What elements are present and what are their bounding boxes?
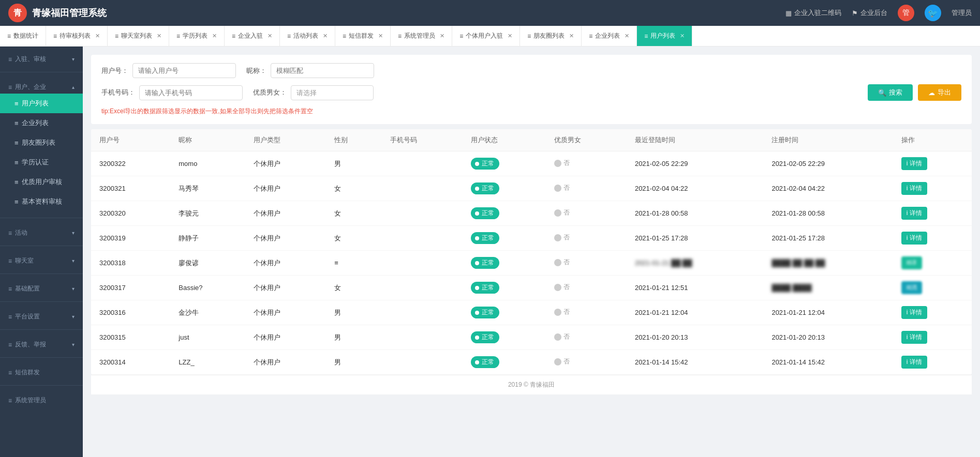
- detail-button[interactable]: i 详情: [901, 356, 927, 369]
- table-header-row: 用户号 昵称 用户类型 性别 手机号码 用户状态 优质男女 最近登陆时间 注册时…: [91, 129, 972, 151]
- tab-close-icon[interactable]: ✕: [378, 33, 383, 39]
- tab-education[interactable]: ≡ 学历列表 ✕: [169, 26, 225, 47]
- cell-nickname: just: [170, 325, 245, 350]
- nickname-input[interactable]: [271, 63, 374, 78]
- tab-sms[interactable]: ≡ 短信群发 ✕: [335, 26, 391, 47]
- tab-user-list[interactable]: ≡ 用户列表 ✕: [637, 26, 692, 47]
- cell-nickname: momo: [170, 151, 245, 176]
- user-id-input[interactable]: [132, 63, 236, 78]
- search-button[interactable]: 🔍 搜索: [868, 84, 913, 101]
- cell-user-id: 3200318: [91, 251, 170, 276]
- detail-button[interactable]: i 详情: [901, 207, 927, 220]
- quality-toggle[interactable]: 否: [554, 332, 570, 341]
- cell-phone: [382, 176, 463, 201]
- tab-close-icon[interactable]: ✕: [268, 33, 272, 39]
- menu-icon: ≡: [8, 257, 12, 265]
- sidebar-header-settle[interactable]: ≡ 入驻、审核 ▾: [0, 51, 83, 66]
- tab-enterprise-list[interactable]: ≡ 企业列表 ✕: [582, 26, 637, 47]
- cell-user-type: 个休用户: [245, 176, 326, 201]
- status-badge[interactable]: 正常: [471, 232, 499, 244]
- detail-button[interactable]: iti详: [901, 256, 923, 269]
- chevron-icon: ▴: [72, 84, 75, 90]
- sidebar-header-sysadmin[interactable]: ≡ 系统管理员: [0, 392, 83, 407]
- tab-data-stats[interactable]: ≡ 数据统计: [0, 26, 46, 47]
- sidebar-header-sms[interactable]: ≡ 短信群发: [0, 364, 83, 379]
- tab-icon: ≡: [53, 33, 57, 40]
- quality-toggle[interactable]: 否: [554, 208, 570, 217]
- menu-dot: ≡: [14, 198, 19, 206]
- sidebar-header-activity[interactable]: ≡ 活动 ▾: [0, 224, 83, 239]
- cell-nickname: 廖俊谚: [170, 251, 245, 276]
- sidebar-section-feedback: ≡ 反馈、举报 ▾: [0, 332, 83, 355]
- sidebar-header-users[interactable]: ≡ 用户、企业 ▴: [0, 79, 83, 94]
- detail-button[interactable]: i 详情: [901, 182, 927, 195]
- toggle-circle: [554, 333, 561, 341]
- quality-select[interactable]: 请选择 是 否: [291, 85, 374, 100]
- status-badge[interactable]: 正常: [471, 182, 499, 194]
- status-badge[interactable]: 正常: [471, 307, 499, 318]
- status-badge[interactable]: 正常: [471, 282, 499, 294]
- cell-gender: 男: [326, 300, 382, 325]
- quality-toggle[interactable]: 否: [554, 283, 570, 292]
- sidebar-item-moments[interactable]: ≡ 朋友圈列表: [0, 133, 83, 153]
- detail-button[interactable]: i 详情: [901, 157, 927, 170]
- tab-close-icon[interactable]: ✕: [323, 33, 328, 39]
- cell-last-login: 2021-01-28 00:58: [627, 201, 764, 226]
- sidebar-section-sms: ≡ 短信群发: [0, 360, 83, 383]
- tab-enterprise-settle[interactable]: ≡ 企业入驻 ✕: [225, 26, 280, 47]
- status-badge[interactable]: 正常: [471, 356, 499, 368]
- quality-toggle[interactable]: 否: [554, 184, 570, 192]
- tab-close-icon[interactable]: ✕: [569, 33, 574, 39]
- cell-register: 2021-01-28 00:58: [763, 201, 893, 226]
- form-row-2: 手机号码： 优质男女： 请选择 是 否 🔍 搜索: [101, 84, 961, 101]
- sidebar-item-enterprise-list[interactable]: ≡ 企业列表: [0, 113, 83, 133]
- tab-close-icon[interactable]: ✕: [157, 33, 161, 39]
- tab-activity[interactable]: ≡ 活动列表 ✕: [280, 26, 335, 47]
- tab-close-icon[interactable]: ✕: [625, 33, 629, 39]
- quality-toggle[interactable]: 否: [554, 258, 570, 267]
- tab-close-icon[interactable]: ✕: [508, 33, 512, 39]
- cell-status: 正常: [463, 226, 546, 251]
- status-badge[interactable]: 正常: [471, 257, 499, 269]
- tab-chatroom[interactable]: ≡ 聊天室列表 ✕: [108, 26, 169, 47]
- status-dot: [475, 162, 479, 166]
- status-badge[interactable]: 正常: [471, 207, 499, 219]
- sidebar-item-user-list[interactable]: ≡ 用户列表: [0, 94, 83, 113]
- quality-toggle[interactable]: 否: [554, 159, 570, 167]
- tab-close-icon[interactable]: ✕: [680, 33, 685, 39]
- cell-register: 2021-02-04 04:22: [763, 176, 893, 201]
- tab-close-icon[interactable]: ✕: [95, 33, 100, 39]
- quality-toggle[interactable]: 否: [554, 308, 570, 316]
- tab-close-icon[interactable]: ✕: [212, 33, 217, 39]
- col-status: 用户状态: [463, 129, 546, 151]
- detail-button[interactable]: i 详情: [901, 306, 927, 319]
- tab-system-admin[interactable]: ≡ 系统管理员 ✕: [391, 26, 452, 47]
- quality-toggle[interactable]: 否: [554, 357, 570, 366]
- menu-dot: ≡: [14, 119, 19, 127]
- sidebar-header-config[interactable]: ≡ 基础配置 ▾: [0, 280, 83, 295]
- export-button[interactable]: ☁ 导出: [918, 84, 961, 101]
- tab-close-icon[interactable]: ✕: [440, 33, 444, 39]
- detail-button[interactable]: i 详情: [901, 232, 927, 245]
- tab-pending-review[interactable]: ≡ 待审核列表 ✕: [46, 26, 108, 47]
- phone-group: 手机号码：: [101, 85, 243, 100]
- tab-individual-settle[interactable]: ≡ 个体用户入驻 ✕: [452, 26, 520, 47]
- enterprise-qr-link[interactable]: ▦ 企业入驻二维码: [785, 8, 841, 18]
- sidebar-header-chatroom[interactable]: ≡ 聊天室 ▾: [0, 252, 83, 267]
- sidebar-header-platform[interactable]: ≡ 平台设置 ▾: [0, 308, 83, 323]
- user-avatar[interactable]: 管: [898, 5, 914, 21]
- status-badge[interactable]: 正常: [471, 158, 499, 170]
- status-badge[interactable]: 正常: [471, 331, 499, 343]
- sidebar-item-education[interactable]: ≡ 学历认证: [0, 153, 83, 172]
- sidebar-header-feedback[interactable]: ≡ 反馈、举报 ▾: [0, 336, 83, 351]
- detail-button[interactable]: i 详情: [901, 331, 927, 344]
- quality-toggle[interactable]: 否: [554, 233, 570, 242]
- detail-button[interactable]: iti消: [901, 281, 923, 294]
- enterprise-backend-link[interactable]: ⚑ 企业后台: [852, 8, 887, 18]
- tab-moments[interactable]: ≡ 朋友圈列表 ✕: [520, 26, 582, 47]
- sidebar-item-profile-review[interactable]: ≡ 基本资料审核: [0, 192, 83, 211]
- col-user-type: 用户类型: [245, 129, 326, 151]
- user-table: 用户号 昵称 用户类型 性别 手机号码 用户状态 优质男女 最近登陆时间 注册时…: [91, 129, 972, 375]
- phone-input[interactable]: [139, 85, 243, 100]
- sidebar-item-quality-review[interactable]: ≡ 优质用户审核: [0, 172, 83, 192]
